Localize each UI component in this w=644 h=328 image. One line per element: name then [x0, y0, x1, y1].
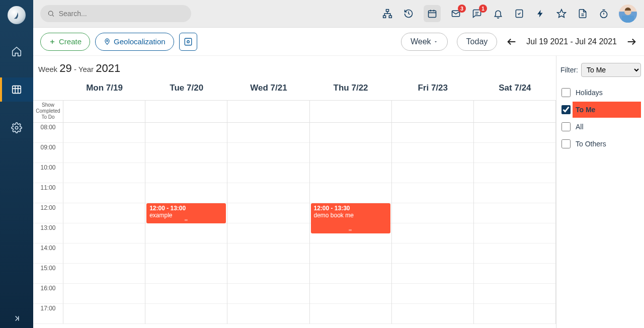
filter-row-label[interactable]: Holidays	[573, 85, 641, 101]
nav-settings[interactable]	[0, 116, 33, 140]
day-column[interactable]	[392, 123, 474, 324]
filter-row-label[interactable]: To Me	[573, 102, 641, 118]
geolocalization-button[interactable]: Geolocalization	[95, 33, 174, 51]
search-icon	[47, 10, 55, 18]
event-time: 12:00 - 13:00	[149, 205, 223, 212]
svg-point-4	[15, 126, 18, 129]
hour-label: 14:00	[33, 243, 63, 264]
caret-down-icon	[433, 39, 438, 44]
svg-marker-19	[557, 10, 566, 18]
topbar: 3 1	[33, 0, 644, 28]
event-title: example	[149, 212, 172, 219]
filter-checkbox[interactable]	[561, 88, 571, 97]
filter-row-label[interactable]: To Others	[573, 136, 641, 152]
calendar-icon[interactable]	[424, 5, 441, 22]
view-label: Week	[411, 37, 431, 46]
allday-label[interactable]: Show Completed To Do	[33, 101, 63, 122]
user-avatar[interactable]	[619, 5, 637, 23]
day-column[interactable]	[474, 123, 556, 324]
app-logo[interactable]	[8, 6, 26, 24]
hour-label: 17:00	[33, 304, 63, 324]
orgchart-icon[interactable]	[381, 8, 393, 20]
resize-handle[interactable]: ═	[349, 228, 352, 232]
day-header: Fri 7/23	[392, 78, 474, 100]
top-actions: 3 1	[381, 5, 637, 23]
allday-cell[interactable]	[227, 101, 309, 122]
svg-rect-26	[622, 16, 634, 23]
time-grid: 08:0009:0010:0011:0012:0013:0014:0015:00…	[33, 123, 556, 328]
svg-line-7	[52, 15, 54, 17]
star-icon[interactable]	[555, 8, 568, 20]
date-range: Jul 19 2021 - Jul 24 2021	[526, 37, 617, 46]
next-arrow[interactable]	[626, 36, 637, 47]
hour-label: 08:00	[33, 123, 63, 143]
svg-rect-10	[389, 16, 391, 18]
allday-cell[interactable]	[392, 101, 474, 122]
nav-home[interactable]	[0, 39, 33, 63]
hour-label: 09:00	[33, 143, 63, 163]
hour-label: 10:00	[33, 163, 63, 183]
filter-checkbox[interactable]	[561, 105, 571, 114]
svg-point-22	[600, 11, 607, 18]
allday-cell[interactable]	[63, 101, 145, 122]
allday-cell[interactable]	[145, 101, 227, 122]
event-time: 12:00 - 13:30	[314, 205, 387, 212]
create-label: Create	[59, 37, 82, 46]
day-header: Thu 7/22	[310, 78, 392, 100]
search-input[interactable]	[59, 10, 184, 18]
calendar-event[interactable]: 12:00 - 13:30demo book me═	[311, 203, 390, 233]
prev-arrow[interactable]	[506, 36, 517, 47]
search-box[interactable]	[40, 5, 191, 22]
filter-row-label[interactable]: All	[573, 119, 641, 135]
calendar-header: Mon 7/19 Tue 7/20 Wed 7/21 Thu 7/22 Fri …	[33, 78, 556, 101]
bolt-icon[interactable]	[534, 8, 546, 20]
sidebar-expand[interactable]	[12, 314, 21, 323]
filter-panel: Filter: To Me HolidaysTo MeAllTo Others	[556, 56, 644, 328]
year-number: 2021	[96, 62, 120, 74]
task-icon[interactable]	[513, 8, 525, 20]
hour-label: 16:00	[33, 284, 63, 304]
create-button[interactable]: Create	[40, 33, 90, 51]
chat-badge: 1	[479, 5, 487, 13]
doc-icon[interactable]	[577, 8, 589, 20]
plus-icon	[49, 38, 56, 45]
allday-cell[interactable]	[474, 101, 556, 122]
filter-checkbox[interactable]	[561, 122, 571, 131]
filter-checkbox[interactable]	[561, 139, 571, 148]
history-icon[interactable]	[403, 8, 415, 20]
view-select[interactable]: Week	[401, 33, 448, 51]
bell-icon[interactable]	[492, 8, 504, 20]
svg-point-31	[187, 40, 189, 43]
calendar: Week 29 - Year 2021 Mon 7/19 Tue 7/20 We…	[33, 56, 556, 328]
event-title: demo book me	[314, 212, 354, 219]
day-header: Wed 7/21	[227, 78, 309, 100]
svg-rect-0	[13, 86, 21, 94]
chat-icon[interactable]: 1	[471, 8, 483, 20]
calendar-event[interactable]: 12:00 - 13:00example═	[146, 203, 226, 223]
svg-rect-30	[185, 38, 192, 45]
today-button[interactable]: Today	[457, 33, 498, 51]
day-column[interactable]	[227, 123, 309, 324]
day-column[interactable]: 12:00 - 13:00example═	[145, 123, 227, 324]
layout-icon	[184, 37, 193, 46]
day-header: Tue 7/20	[145, 78, 227, 100]
mail-icon[interactable]: 3	[450, 8, 462, 20]
layout-button[interactable]	[179, 33, 197, 51]
svg-point-29	[107, 40, 108, 41]
svg-point-6	[48, 11, 53, 16]
svg-rect-8	[386, 10, 389, 12]
filter-select[interactable]: To Me	[581, 63, 641, 77]
hour-label: 15:00	[33, 264, 63, 284]
mail-badge: 3	[458, 5, 466, 13]
geo-label: Geolocalization	[114, 37, 166, 46]
day-column[interactable]: 12:00 - 13:30demo book me═	[310, 123, 392, 324]
timer-icon[interactable]	[598, 8, 610, 20]
day-header: Mon 7/19	[63, 78, 145, 100]
day-header: Sat 7/24	[474, 78, 556, 100]
left-sidebar	[0, 0, 33, 328]
nav-calendar[interactable]	[0, 77, 33, 102]
day-column[interactable]	[63, 123, 145, 324]
calendar-title: Week 29 - Year 2021	[33, 56, 556, 78]
allday-cell[interactable]	[310, 101, 392, 122]
resize-handle[interactable]: ═	[185, 218, 188, 222]
